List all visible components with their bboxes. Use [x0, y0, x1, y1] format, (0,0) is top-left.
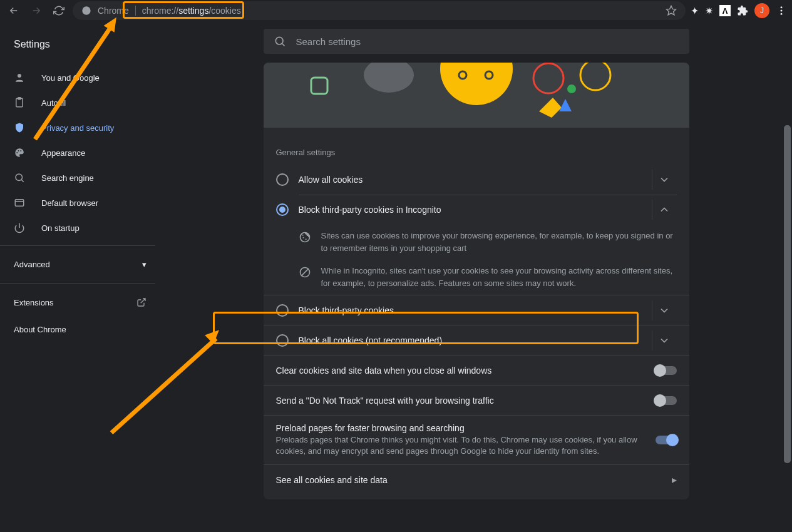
- sidebar-item-label: Default browser: [41, 198, 98, 208]
- link-label: See all cookies and site data: [276, 475, 672, 485]
- radio-icon[interactable]: [276, 203, 289, 216]
- open-external-icon: [136, 297, 147, 307]
- detail-text: While in Incognito, sites can't use your…: [321, 265, 677, 290]
- svg-point-2: [781, 6, 783, 8]
- sidebar-item-label: Appearance: [41, 148, 85, 158]
- toggle-do-not-track[interactable]: Send a "Do Not Track" request with your …: [264, 385, 689, 415]
- svg-point-8: [16, 152, 18, 153]
- option-label: Allow all cookies: [299, 175, 647, 185]
- content-area: Search settings General settings Allow a…: [160, 21, 792, 532]
- cookies-hero-illustration: [264, 63, 689, 128]
- svg-point-4: [781, 13, 783, 15]
- svg-point-5: [18, 74, 21, 78]
- radio-icon[interactable]: [276, 173, 289, 186]
- svg-point-21: [567, 84, 576, 93]
- svg-point-9: [18, 150, 19, 151]
- sidebar-item-you-and-google[interactable]: You and Google: [0, 65, 160, 90]
- option-label: Block third-party cookies: [299, 305, 647, 315]
- toggle-label: Clear cookies and site data when you clo…: [276, 366, 656, 376]
- sidebar-item-label: Search engine: [41, 173, 94, 183]
- expand-button[interactable]: [652, 330, 677, 350]
- option-label: Block all cookies (not recommended): [299, 335, 647, 345]
- search-icon: [14, 172, 26, 183]
- kebab-menu-icon[interactable]: [776, 5, 787, 16]
- browser-icon: [14, 197, 26, 208]
- profile-avatar[interactable]: J: [754, 3, 769, 18]
- reload-button[interactable]: [50, 2, 68, 19]
- sidebar-about-chrome[interactable]: About Chrome: [0, 316, 160, 343]
- back-button[interactable]: [5, 2, 23, 19]
- bookmark-star-icon[interactable]: [666, 5, 677, 16]
- svg-point-24: [302, 237, 304, 238]
- toggle-switch[interactable]: [656, 436, 677, 444]
- svg-marker-20: [559, 99, 572, 111]
- sidebar-extensions-link[interactable]: Extensions: [0, 289, 160, 316]
- vertical-scrollbar[interactable]: [783, 21, 792, 532]
- secure-label: Chrome: [98, 6, 129, 16]
- forward-button[interactable]: [28, 2, 45, 19]
- expand-button[interactable]: [652, 300, 677, 320]
- svg-point-0: [82, 6, 90, 14]
- extensions-puzzle-icon[interactable]: [737, 5, 748, 16]
- sidebar-item-search-engine[interactable]: Search engine: [0, 165, 160, 190]
- svg-point-26: [302, 235, 303, 236]
- toggle-sublabel: Preloads pages that Chrome thinks you mi…: [276, 434, 656, 457]
- see-all-cookies-link[interactable]: See all cookies and site data ▸: [264, 464, 689, 494]
- palette-icon: [14, 147, 26, 158]
- toggle-label: Preload pages for faster browsing and se…: [276, 423, 656, 433]
- chrome-icon: [81, 6, 91, 16]
- extension-icons: ✦ ✷ Λ J: [691, 3, 787, 18]
- address-text: chrome://settings/cookies: [142, 6, 241, 16]
- svg-rect-18: [311, 78, 327, 94]
- collapse-button[interactable]: [652, 200, 677, 220]
- toggle-label: Send a "Do Not Track" request with your …: [276, 396, 656, 406]
- option-allow-all-cookies[interactable]: Allow all cookies: [264, 165, 689, 195]
- block-icon: [299, 265, 311, 290]
- toggle-preload-pages[interactable]: Preload pages for faster browsing and se…: [264, 415, 689, 464]
- detail-text: Sites can use cookies to improve your br…: [321, 230, 677, 255]
- option-block-3p-incognito[interactable]: Block third-party cookies in Incognito: [264, 195, 689, 225]
- detail-incognito-block: While in Incognito, sites can't use your…: [264, 260, 689, 295]
- sidebar-item-privacy-security[interactable]: Privacy and security: [0, 115, 160, 140]
- chevron-right-icon: ▸: [672, 474, 677, 486]
- svg-point-10: [20, 150, 21, 151]
- sidebar-item-default-browser[interactable]: Default browser: [0, 190, 160, 215]
- omnibox[interactable]: Chrome chrome://settings/cookies: [73, 1, 686, 20]
- extension-icon-1[interactable]: ✦: [691, 5, 699, 17]
- browser-toolbar: Chrome chrome://settings/cookies ✦ ✷ Λ J: [0, 0, 792, 21]
- toggle-switch[interactable]: [656, 366, 677, 375]
- expand-button[interactable]: [652, 170, 677, 190]
- page-title: Settings: [0, 30, 160, 65]
- sidebar-item-on-startup[interactable]: On startup: [0, 215, 160, 240]
- extension-icon-3[interactable]: Λ: [719, 5, 731, 16]
- person-icon: [14, 72, 26, 83]
- svg-point-25: [305, 238, 306, 240]
- search-icon: [274, 35, 286, 48]
- advanced-label: Advanced: [14, 260, 50, 269]
- svg-point-14: [364, 63, 414, 93]
- svg-marker-19: [539, 98, 562, 118]
- cookie-icon: [299, 230, 311, 255]
- option-block-all-cookies[interactable]: Block all cookies (not recommended): [264, 325, 689, 355]
- settings-sidebar: Settings You and Google Autofill Privacy…: [0, 21, 160, 532]
- settings-search-input[interactable]: Search settings: [264, 29, 689, 54]
- caret-down-icon: ▾: [142, 260, 147, 269]
- extension-icon-2[interactable]: ✷: [705, 5, 713, 17]
- cookies-settings-panel: General settings Allow all cookies Block…: [264, 128, 689, 499]
- radio-icon[interactable]: [276, 334, 289, 347]
- sidebar-item-label: On startup: [41, 223, 80, 233]
- sidebar-item-autofill[interactable]: Autofill: [0, 90, 160, 115]
- scrollbar-thumb[interactable]: [784, 125, 791, 463]
- option-block-3p-cookies[interactable]: Block third-party cookies: [264, 295, 689, 325]
- sidebar-item-appearance[interactable]: Appearance: [0, 140, 160, 165]
- svg-point-15: [440, 63, 513, 105]
- svg-rect-12: [15, 200, 24, 207]
- svg-point-11: [16, 174, 23, 181]
- svg-point-3: [781, 10, 783, 12]
- about-label: About Chrome: [14, 325, 66, 334]
- toggle-clear-on-close[interactable]: Clear cookies and site data when you clo…: [264, 355, 689, 385]
- toggle-switch[interactable]: [656, 396, 677, 405]
- sidebar-advanced-toggle[interactable]: Advanced▾: [0, 251, 160, 278]
- radio-icon[interactable]: [276, 304, 289, 317]
- sidebar-item-label: Autofill: [41, 98, 66, 108]
